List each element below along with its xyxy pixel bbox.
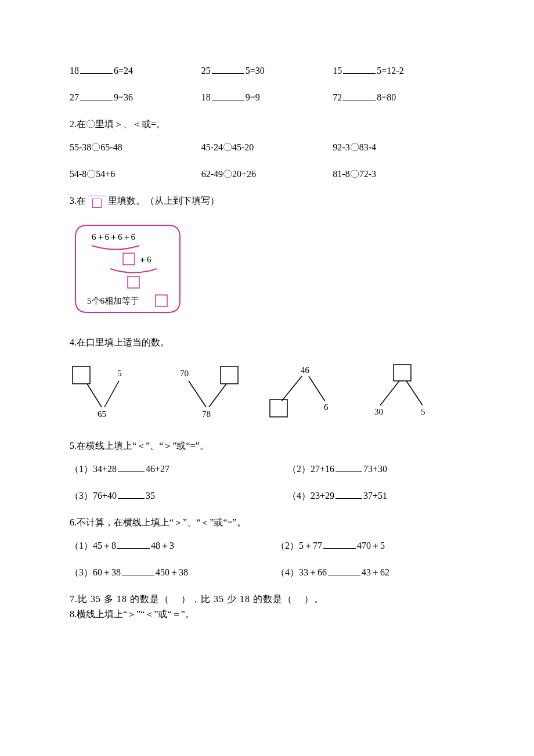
svg-line-7: [406, 381, 423, 405]
q1-row-2: 279=36 189=9 728=80: [70, 91, 464, 105]
lhs: 34+28: [93, 464, 117, 474]
num-label: 65: [98, 409, 106, 419]
num-label: 30: [374, 407, 383, 416]
svg-line-0: [87, 384, 102, 407]
lhs: 27+16: [311, 464, 334, 474]
lhs: 25: [201, 66, 211, 75]
svg-line-2: [189, 381, 206, 407]
blank-underline[interactable]: [117, 540, 150, 549]
lhs: 72: [333, 92, 342, 102]
q2-cell: 62-49〇20+26: [201, 167, 333, 181]
q2-row-2: 54-8〇54+6 62-49〇20+26 81-8〇72-3: [70, 167, 464, 181]
q2-cell: 45-24〇45-20: [201, 141, 333, 154]
q1-cell: 155=12-2: [333, 64, 464, 78]
svg-line-4: [282, 376, 302, 401]
blank-underline[interactable]: [212, 92, 244, 100]
answer-box[interactable]: [73, 366, 90, 384]
q1-cell: 189=9: [201, 91, 333, 105]
lhs: 27: [70, 92, 79, 102]
blank-underline[interactable]: [343, 92, 376, 100]
q4-item: 5 65: [70, 363, 168, 422]
num-label: 5: [421, 407, 425, 416]
blank-underline[interactable]: [80, 65, 113, 74]
rhs: 9=9: [246, 92, 260, 102]
box-icon[interactable]: [92, 199, 102, 208]
q7-c: ）。: [304, 594, 324, 604]
q1-cell: 279=36: [70, 91, 201, 105]
q5-item: （4）23+2937+51: [247, 489, 464, 503]
q6-row-2: （3）60＋38450＋38 （4）33＋6643＋62: [70, 566, 464, 579]
q6-item: （1）45＋848＋3: [70, 539, 258, 553]
q7-a: 7.比 35 多 18 的数是（: [70, 594, 169, 604]
rhs: 470＋5: [357, 541, 385, 550]
blank-underline[interactable]: [118, 490, 145, 499]
blank-underline[interactable]: [328, 567, 360, 575]
svg-line-3: [209, 384, 226, 407]
rhs: 46+27: [146, 464, 169, 474]
q4-title: 4.在口里填上适当的数。: [70, 336, 464, 350]
num-label: 6: [324, 402, 329, 412]
q3-title: 3.在 里填数。（从上到下填写）: [70, 194, 464, 208]
q4-figures: 5 65 70 78 46 6 30 5: [70, 363, 464, 422]
q5-item: （1）34+2846+27: [70, 462, 247, 476]
q6-item: （3）60＋38450＋38: [70, 566, 258, 579]
rhs: 5=30: [246, 66, 265, 75]
rhs: 8=80: [377, 92, 396, 102]
blank-underline[interactable]: [335, 490, 362, 499]
answer-box[interactable]: [221, 366, 238, 384]
q2-cell: 54-8〇54+6: [70, 167, 201, 181]
num-label: 5: [117, 369, 122, 378]
item-num: （4）: [287, 491, 311, 501]
item-num: （4）: [276, 567, 299, 577]
answer-box[interactable]: [270, 399, 287, 417]
num-label: 46: [301, 365, 310, 375]
item-num: （3）: [70, 567, 93, 577]
q2-cell: 81-8〇72-3: [333, 167, 464, 181]
q2-title: 2.在〇里填＞、＜或=。: [70, 117, 464, 131]
q1-cell: 186=24: [70, 64, 201, 78]
q7-b: ），比 35 少 18 的数是（: [181, 594, 293, 604]
q6-item: （2）5＋77470＋5: [258, 539, 464, 553]
num-label: 70: [180, 369, 189, 378]
svg-line-6: [380, 381, 399, 405]
rhs: 6=24: [114, 66, 133, 75]
lhs: 76+40: [93, 491, 117, 501]
rhs: 5=12-2: [377, 66, 403, 75]
q3-line1-text: 6＋6＋6＋6: [92, 232, 136, 242]
q3-line3-text: 5个6相加等于: [87, 296, 139, 305]
blank-underline[interactable]: [80, 92, 113, 100]
lhs: 5＋77: [299, 541, 322, 550]
answer-box[interactable]: [128, 276, 139, 288]
item-num: （1）: [70, 541, 93, 550]
blank-underline[interactable]: [212, 65, 244, 74]
q8-title: 8.横线上填上“＞”“＜”或“＝”。: [70, 607, 464, 621]
rhs: 43＋62: [362, 567, 389, 577]
svg-line-5: [309, 376, 325, 401]
q5-row-1: （1）34+2846+27 （2）27+1673+30: [70, 462, 464, 476]
q6-title: 6.不计算，在横线上填上“＞”、“＜”或“=”。: [70, 516, 464, 530]
q2-row-1: 55-38〇65-48 45-24〇45-20 92-3〇83-4: [70, 141, 464, 154]
q7-text: 7.比 35 多 18 的数是（ ），比 35 少 18 的数是（ ）。: [70, 592, 464, 606]
blank-underline[interactable]: [335, 463, 362, 472]
answer-box[interactable]: [394, 365, 411, 381]
q3-title-pre: 3.在: [70, 196, 86, 206]
lhs: 45＋8: [93, 541, 116, 550]
answer-box[interactable]: [123, 253, 135, 265]
lhs: 18: [201, 92, 211, 102]
q5-title: 5.在横线上填上“＜”、“＞”或“=”。: [70, 439, 464, 453]
q2-cell: 55-38〇65-48: [70, 141, 201, 154]
rhs: 73+30: [363, 464, 387, 474]
lhs: 23+29: [311, 491, 334, 501]
blank-underline[interactable]: [118, 463, 145, 472]
q4-item: 46 6: [267, 363, 366, 422]
blank-underline[interactable]: [122, 567, 154, 575]
lhs: 33＋66: [299, 567, 327, 577]
item-num: （2）: [276, 541, 299, 550]
q4-item: 70 78: [168, 363, 267, 422]
rhs: 9=36: [114, 92, 133, 102]
lhs: 60＋38: [93, 567, 121, 577]
answer-box[interactable]: [156, 295, 167, 307]
blank-underline[interactable]: [323, 540, 356, 549]
q4-item: 30 5: [366, 363, 464, 422]
blank-underline[interactable]: [343, 65, 376, 74]
